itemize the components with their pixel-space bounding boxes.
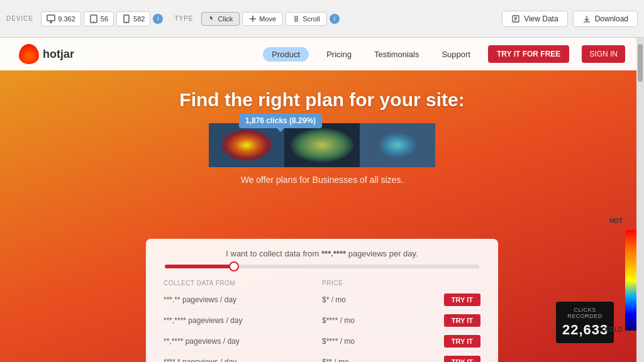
- clicks-recorded-value: 22,633: [562, 322, 608, 338]
- mobile-icon: [122, 14, 131, 23]
- nav-testimonials[interactable]: Testimonials: [369, 47, 425, 62]
- scale-bar: [625, 230, 638, 331]
- pricing-row-1: ***,**** pageviews / day $**** / mo TRY …: [158, 310, 486, 331]
- click-icon: [208, 15, 216, 23]
- scale-hot-label: HOT: [609, 217, 623, 224]
- pricing-row-2: **,**** pageviews / day $**** / mo TRY I…: [158, 331, 486, 351]
- col-header-action: [401, 280, 480, 287]
- heat-spot-blue: [379, 133, 416, 158]
- slider-row: [158, 265, 486, 268]
- scroll-icon: [292, 15, 300, 23]
- heatmap-thumb-3: [360, 123, 435, 167]
- heat-spot-yellow: [291, 128, 353, 162]
- nav-signin-btn[interactable]: SIGN IN: [582, 45, 625, 63]
- nav-product[interactable]: Product: [263, 47, 309, 62]
- col-header-price: PRICE: [322, 280, 401, 287]
- row2-pageviews: **,**** pageviews / day: [164, 337, 322, 346]
- pricing-row-3: ****,* pageviews / day $** / mo TRY IT: [158, 351, 486, 362]
- pricing-intro-text: I want to collect data from: [226, 249, 319, 258]
- nav-support[interactable]: Support: [436, 47, 475, 62]
- logo-flame-icon: [19, 44, 39, 64]
- row0-try-btn[interactable]: TRY IT: [444, 293, 480, 306]
- device-info-icon[interactable]: i: [153, 14, 163, 24]
- tablet-btn[interactable]: 56: [84, 11, 114, 26]
- col-header-collect: COLLECT DATA FROM: [164, 280, 322, 287]
- row1-pageviews: ***,**** pageviews / day: [164, 316, 322, 325]
- download-icon: [582, 14, 591, 23]
- slider-track[interactable]: [165, 265, 479, 268]
- type-label: TYPE: [174, 15, 193, 22]
- type-info-icon[interactable]: i: [330, 14, 340, 24]
- monitor-value: 9.362: [58, 15, 75, 23]
- row1-price: $**** / mo: [322, 316, 401, 325]
- row3-action: TRY IT: [401, 356, 480, 362]
- row3-pageviews: ****,* pageviews / day: [164, 358, 322, 362]
- clicks-recorded-label: CLICKS RECORDED: [562, 307, 608, 319]
- heatmap-thumb-1: [209, 123, 284, 167]
- scrollbar[interactable]: [636, 38, 644, 362]
- mobile-value: 582: [133, 15, 145, 23]
- tablet-icon: [89, 14, 98, 23]
- slider-thumb[interactable]: [229, 261, 239, 272]
- row0-pageviews: ***.** pageviews / day: [164, 295, 322, 304]
- device-group: 9.362 56 582 i: [41, 11, 163, 26]
- pricing-card: I want to collect data from ***.**** pag…: [146, 239, 498, 362]
- pricing-intro: I want to collect data from ***.**** pag…: [158, 249, 486, 258]
- device-label: DEVICE: [6, 15, 33, 22]
- monitor-btn[interactable]: 9.362: [41, 11, 81, 26]
- row2-try-btn[interactable]: TRY IT: [444, 335, 480, 348]
- pricing-pageviews-suffix: pageviews per day.: [348, 249, 418, 258]
- heatmap-thumb-2: [284, 123, 360, 167]
- pricing-pageviews-value: ***.****: [321, 249, 346, 258]
- scroll-type-btn[interactable]: Scroll: [286, 12, 327, 26]
- svg-rect-0: [47, 15, 55, 21]
- mobile-btn[interactable]: 582: [116, 11, 150, 26]
- row3-price: $** / mo: [322, 358, 401, 362]
- download-btn[interactable]: Download: [573, 11, 638, 27]
- row3-try-btn[interactable]: TRY IT: [444, 356, 480, 362]
- click-tooltip: 1,876 clicks (8.29%): [239, 113, 322, 128]
- pricing-table-header: COLLECT DATA FROM PRICE: [158, 277, 486, 289]
- move-icon: [249, 15, 257, 23]
- site-nav: hotjar Product Pricing Testimonials Supp…: [0, 38, 644, 70]
- scrollbar-thumb[interactable]: [638, 44, 643, 82]
- toolbar: DEVICE 9.362 56 582 i TYP: [0, 0, 644, 38]
- row1-action: TRY IT: [401, 314, 480, 327]
- nav-try-btn[interactable]: TRY IT FOR FREE: [488, 45, 569, 63]
- view-data-btn[interactable]: View Data: [502, 11, 567, 27]
- monitor-icon: [47, 14, 55, 23]
- site-hero: Find the right plan for your site: We of…: [0, 70, 644, 207]
- scale-cold-label: COLD: [605, 326, 623, 333]
- main-content: hotjar Product Pricing Testimonials Supp…: [0, 38, 644, 362]
- pricing-table: COLLECT DATA FROM PRICE ***.** pageviews…: [158, 277, 486, 362]
- scale-bar-container: HOT COLD: [615, 217, 638, 343]
- type-group: Click Move Scroll i: [201, 12, 340, 26]
- clicks-recorded-box: CLICKS RECORDED 22,633: [556, 302, 614, 343]
- row1-try-btn[interactable]: TRY IT: [444, 314, 480, 327]
- row2-price: $**** / mo: [322, 337, 401, 346]
- move-type-btn[interactable]: Move: [242, 12, 283, 26]
- nav-pricing[interactable]: Pricing: [321, 47, 357, 62]
- site-logo: hotjar: [19, 44, 74, 64]
- logo-text: hotjar: [43, 48, 74, 61]
- pricing-row-0: ***.** pageviews / day $* / mo TRY IT: [158, 289, 486, 310]
- view-data-icon: [511, 14, 520, 23]
- row2-action: TRY IT: [401, 335, 480, 348]
- hero-title: Find the right plan for your site:: [13, 89, 631, 111]
- heatmap-row: [13, 123, 631, 167]
- row0-action: TRY IT: [401, 293, 480, 306]
- click-type-btn[interactable]: Click: [201, 12, 240, 26]
- hero-subtitle: We offer plans for Businesses of all siz…: [13, 175, 631, 185]
- slider-fill: [165, 265, 234, 268]
- row0-price: $* / mo: [322, 295, 401, 304]
- tablet-value: 56: [101, 15, 108, 23]
- heat-spot-red: [221, 129, 272, 161]
